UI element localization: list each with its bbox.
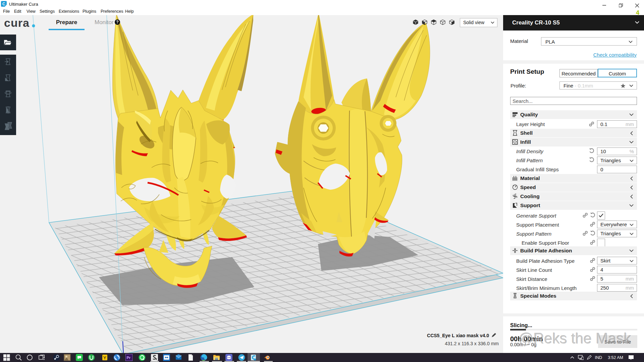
svg-text:cura: cura <box>4 16 30 29</box>
svg-text:C: C <box>2 2 5 6</box>
svg-text:Pr: Pr <box>127 356 131 360</box>
